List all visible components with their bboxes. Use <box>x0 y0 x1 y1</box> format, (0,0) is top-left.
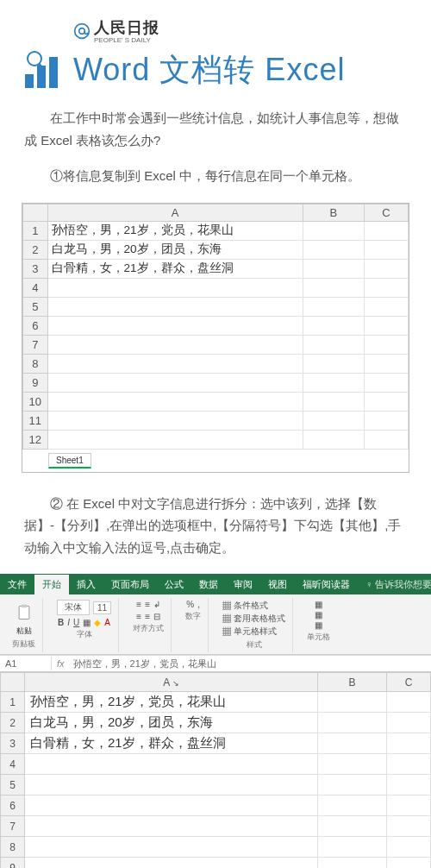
tab-layout[interactable]: 页面布局 <box>103 575 157 594</box>
cell[interactable] <box>387 713 431 733</box>
cell[interactable] <box>303 259 364 278</box>
merge-icon[interactable]: ⊟ <box>153 612 160 621</box>
row-header[interactable]: 3 <box>1 733 25 754</box>
cell[interactable] <box>364 240 408 259</box>
cell[interactable] <box>303 430 364 449</box>
cell[interactable] <box>364 354 408 373</box>
tab-reader[interactable]: 福昕阅读器 <box>295 575 358 594</box>
tab-file[interactable]: 文件 <box>0 575 34 594</box>
row-header[interactable]: 9 <box>23 373 48 392</box>
cell-style-button[interactable]: ▦ 单元格样式 <box>222 626 277 638</box>
cell[interactable] <box>47 335 303 354</box>
col-header-b[interactable]: B <box>318 673 387 692</box>
cell[interactable] <box>364 221 408 240</box>
row-header[interactable]: 1 <box>1 692 25 713</box>
row-header[interactable]: 2 <box>1 713 25 733</box>
cell[interactable]: 白龙马，男，20岁，团员，东海 <box>47 240 303 259</box>
cell[interactable] <box>364 297 408 316</box>
row-header[interactable]: 7 <box>1 816 25 837</box>
cell[interactable] <box>303 221 364 240</box>
col-header-c[interactable]: C <box>387 673 431 692</box>
cell[interactable] <box>25 796 318 816</box>
font-color-button[interactable]: A <box>104 618 110 627</box>
format-cell-icon[interactable]: ▦ <box>315 620 322 630</box>
row-header[interactable]: 7 <box>23 335 48 354</box>
cond-format-button[interactable]: ▦ 条件格式 <box>222 600 268 612</box>
cell[interactable] <box>387 858 431 869</box>
align-top-icon[interactable]: ≡ <box>136 600 141 609</box>
cell[interactable] <box>303 278 364 297</box>
cell[interactable] <box>318 775 387 796</box>
font-size[interactable]: 11 <box>93 601 111 614</box>
underline-button[interactable]: U <box>73 618 79 627</box>
tab-review[interactable]: 审阅 <box>226 575 260 594</box>
cell[interactable] <box>387 837 431 858</box>
row-header[interactable]: 8 <box>23 354 48 373</box>
cell[interactable]: 白骨精，女，21岁，群众，盘丝洞 <box>25 733 318 754</box>
cell[interactable] <box>318 754 387 775</box>
align-left-icon[interactable]: ≡ <box>136 612 141 621</box>
row-header[interactable]: 8 <box>1 837 25 858</box>
sheet-tab[interactable]: Sheet1 <box>48 453 91 469</box>
corner-cell[interactable] <box>1 673 25 692</box>
row-header[interactable]: 6 <box>23 316 48 335</box>
cell[interactable] <box>318 796 387 816</box>
cell[interactable] <box>318 733 387 754</box>
cell[interactable] <box>47 373 303 392</box>
cell[interactable]: 孙悟空，男，21岁，党员，花果山 <box>25 692 318 713</box>
cell[interactable] <box>47 430 303 449</box>
bold-button[interactable]: B <box>58 618 64 627</box>
align-mid-icon[interactable]: ≡ <box>145 600 150 609</box>
row-header[interactable]: 9 <box>1 858 25 869</box>
row-header[interactable]: 5 <box>1 775 25 796</box>
cell[interactable] <box>364 411 408 430</box>
tab-data[interactable]: 数据 <box>191 575 226 594</box>
cell[interactable] <box>387 796 431 816</box>
align-center-icon[interactable]: ≡ <box>145 612 150 621</box>
cell[interactable] <box>303 316 364 335</box>
cell[interactable] <box>364 259 408 278</box>
cell[interactable] <box>318 858 387 869</box>
cell[interactable] <box>303 297 364 316</box>
cell[interactable] <box>387 754 431 775</box>
cell[interactable] <box>25 858 318 869</box>
cell[interactable] <box>387 733 431 754</box>
cell[interactable]: 白龙马，男，20岁，团员，东海 <box>25 713 318 733</box>
italic-button[interactable]: I <box>67 618 70 627</box>
paste-button[interactable] <box>13 600 35 626</box>
cell[interactable] <box>364 373 408 392</box>
fx-icon[interactable]: fx <box>52 658 70 669</box>
cell[interactable] <box>25 837 318 858</box>
tab-formula[interactable]: 公式 <box>157 575 191 594</box>
cell[interactable] <box>47 392 303 411</box>
cell[interactable] <box>303 335 364 354</box>
comma-icon[interactable]: , <box>197 600 200 609</box>
border-button[interactable]: ▦ <box>83 618 91 627</box>
cell[interactable] <box>364 430 408 449</box>
cell[interactable] <box>303 240 364 259</box>
cell[interactable] <box>25 775 318 796</box>
table-format-button[interactable]: ▦ 套用表格格式 <box>222 613 285 625</box>
col-header-c[interactable]: C <box>364 204 408 221</box>
insert-cell-icon[interactable]: ▦ <box>315 600 322 609</box>
tab-home[interactable]: 开始 <box>34 575 69 594</box>
cell[interactable] <box>47 297 303 316</box>
col-header-b[interactable]: B <box>303 204 364 221</box>
cell[interactable] <box>364 278 408 297</box>
cell[interactable] <box>47 411 303 430</box>
row-header[interactable]: 4 <box>1 754 25 775</box>
col-header-a[interactable]: A <box>47 204 303 221</box>
row-header[interactable]: 3 <box>23 259 48 278</box>
row-header[interactable]: 6 <box>1 796 25 816</box>
cell[interactable] <box>303 411 364 430</box>
cell[interactable] <box>47 316 303 335</box>
cell[interactable]: 孙悟空，男，21岁，党员，花果山 <box>47 221 303 240</box>
row-header[interactable]: 1 <box>23 221 48 240</box>
cell[interactable] <box>318 837 387 858</box>
formula-input[interactable]: 孙悟空，男，21岁，党员，花果山 <box>70 657 431 670</box>
row-header[interactable]: 11 <box>23 411 48 430</box>
tab-view[interactable]: 视图 <box>260 575 295 594</box>
cell[interactable] <box>25 816 318 837</box>
tab-insert[interactable]: 插入 <box>69 575 103 594</box>
fill-color-button[interactable]: ◆ <box>94 618 101 627</box>
